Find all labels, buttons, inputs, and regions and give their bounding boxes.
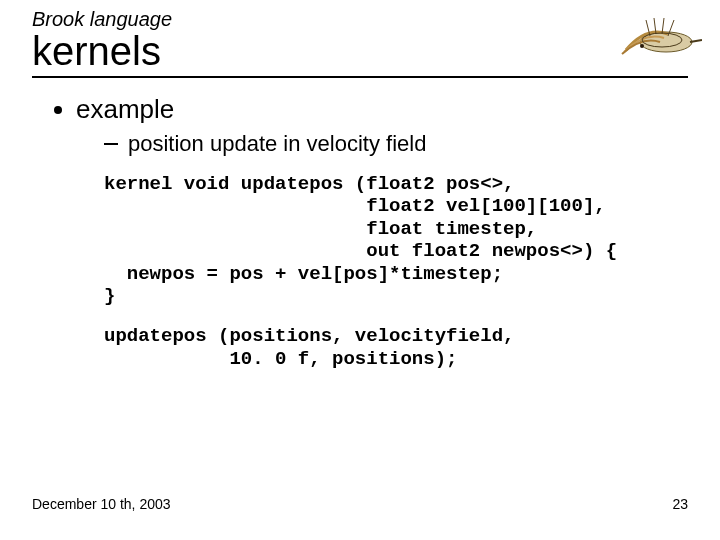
bullet-level-2: position update in velocity field	[104, 131, 688, 157]
bullet-dot-icon	[54, 106, 62, 114]
fishing-fly-icon	[606, 6, 702, 64]
footer-page-number: 23	[672, 496, 688, 512]
footer-date: December 10 th, 2003	[32, 496, 171, 512]
code-block-1: kernel void updatepos (float2 pos<>, flo…	[104, 173, 688, 307]
slide-footer: December 10 th, 2003 23	[32, 496, 688, 512]
svg-point-2	[640, 44, 644, 48]
slide: Brook language kernels example position …	[0, 0, 720, 540]
slide-content: example position update in velocity fiel…	[0, 78, 720, 370]
bullet-dash-icon	[104, 143, 118, 145]
bullet-2-text: position update in velocity field	[128, 131, 426, 157]
code-block-2: updatepos (positions, velocityfield, 10.…	[104, 325, 688, 370]
slide-title: kernels	[32, 29, 688, 78]
bullet-level-1: example	[54, 94, 688, 125]
bullet-1-text: example	[76, 94, 174, 125]
slide-pretitle: Brook language	[32, 8, 688, 31]
